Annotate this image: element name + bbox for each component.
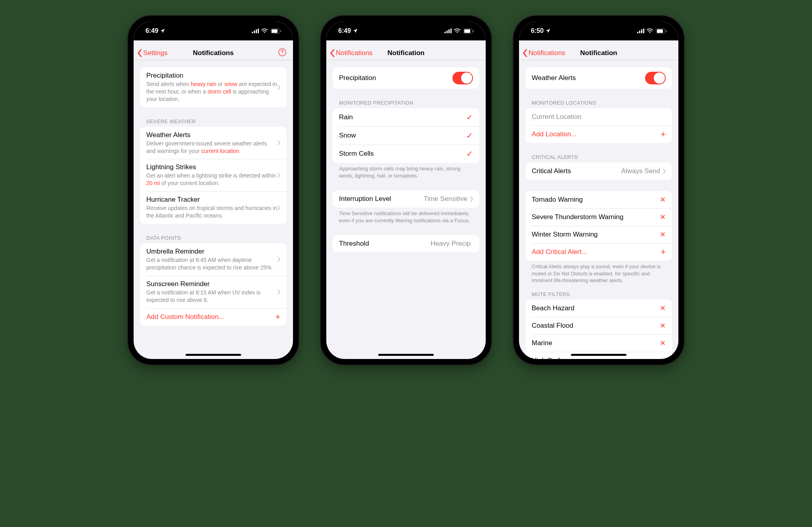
plus-icon: + <box>275 313 280 321</box>
svg-rect-15 <box>473 30 474 32</box>
add-custom-notification-row[interactable]: Add Custom Notification... + <box>140 308 287 326</box>
add-location-row[interactable]: Add Location... + <box>525 126 672 143</box>
critical-alert-row[interactable]: Winter Storm Warning✕ <box>525 226 672 243</box>
x-icon[interactable]: ✕ <box>660 304 666 313</box>
row-title: Sunscreen Reminder <box>146 280 277 288</box>
current-location-row[interactable]: Current Location <box>525 108 672 126</box>
wifi-icon <box>261 29 268 34</box>
row-title: Add Critical Alert... <box>532 248 661 256</box>
x-icon[interactable]: ✕ <box>660 356 666 359</box>
svg-point-8 <box>282 54 282 54</box>
chevron-right-icon <box>277 140 280 145</box>
svg-rect-10 <box>446 31 448 33</box>
home-indicator[interactable] <box>571 354 626 356</box>
mute-filter-row[interactable]: Coastal Flood✕ <box>525 317 672 334</box>
umbrella-reminder-row[interactable]: Umbrella Reminder Get a notification at … <box>140 243 287 276</box>
svg-rect-1 <box>254 31 255 33</box>
checkmark-icon: ✓ <box>466 113 473 122</box>
toggle-switch[interactable] <box>645 72 666 84</box>
phone-mockup-1: 6:49 Search Settings Notifications <box>128 16 299 365</box>
hurricane-tracker-row[interactable]: Hurricane Tracker Receive updates on tro… <box>140 191 287 224</box>
x-icon[interactable]: ✕ <box>660 339 666 348</box>
mute-filter-row[interactable]: Beach Hazard✕ <box>525 300 672 317</box>
row-value: Time Sensitive <box>423 195 467 203</box>
sunscreen-reminder-row[interactable]: Sunscreen Reminder Get a notification at… <box>140 276 287 308</box>
plus-icon: + <box>661 130 666 139</box>
row-title: Winter Storm Warning <box>532 231 660 239</box>
nav-back-button[interactable]: Notifications <box>330 49 373 57</box>
row-title: Umbrella Reminder <box>146 248 277 256</box>
rain-row[interactable]: Rain ✓ <box>333 108 479 126</box>
x-icon[interactable]: ✕ <box>660 321 666 330</box>
nav-title: Notifications <box>193 49 234 57</box>
add-critical-alert-row[interactable]: Add Critical Alert...+ <box>525 243 672 261</box>
row-title: Weather Alerts <box>146 131 277 139</box>
plus-icon: + <box>661 248 666 256</box>
lightning-strikes-row[interactable]: Lightning Strikes Get an alert when a li… <box>140 159 287 191</box>
chevron-right-icon <box>277 85 280 90</box>
chevron-right-icon <box>277 257 280 262</box>
nav-back-button[interactable]: Notifications <box>523 49 565 57</box>
svg-rect-3 <box>258 29 259 33</box>
row-value: Always Send <box>621 167 660 175</box>
threshold-row[interactable]: Threshold Heavy Precip <box>333 235 479 252</box>
toggle-switch[interactable] <box>452 72 473 84</box>
x-icon[interactable]: ✕ <box>660 230 666 239</box>
notch <box>182 16 245 28</box>
interruption-level-row[interactable]: Interruption Level Time Sensitive <box>333 190 479 208</box>
row-subtitle: Receive updates on tropical storms and h… <box>146 204 277 220</box>
row-title: Coastal Flood <box>532 322 660 330</box>
x-icon[interactable]: ✕ <box>660 195 666 204</box>
notch <box>567 16 630 28</box>
svg-rect-22 <box>666 30 666 32</box>
home-indicator[interactable] <box>378 354 434 356</box>
weather-alerts-toggle-row: Weather Alerts <box>525 67 672 89</box>
wifi-icon <box>647 29 654 34</box>
precipitation-row[interactable]: Precipitation Send alerts when heavy rai… <box>140 67 287 107</box>
content-area[interactable]: Precipitation Send alerts when heavy rai… <box>134 60 293 359</box>
section-header: MUTE FILTERS <box>525 291 672 300</box>
weather-alerts-row[interactable]: Weather Alerts Deliver government-issued… <box>140 127 287 159</box>
wifi-icon <box>454 29 461 34</box>
x-icon[interactable]: ✕ <box>660 213 666 221</box>
row-title: High Surf <box>532 357 660 359</box>
mute-filter-row[interactable]: Marine✕ <box>525 334 672 352</box>
chevron-right-icon <box>470 197 473 202</box>
notch <box>374 16 438 28</box>
critical-alert-row[interactable]: Tornado Warning✕ <box>525 191 672 208</box>
section-header: MONITORED PRECIPITATION <box>333 100 479 108</box>
row-subtitle: Get a notification at 8:15 AM when UV in… <box>146 289 277 304</box>
checkmark-icon: ✓ <box>466 149 473 158</box>
section-header: CRITICAL ALERTS <box>525 154 672 162</box>
content-area[interactable]: Precipitation MONITORED PRECIPITATION Ra… <box>326 60 486 359</box>
help-button[interactable] <box>278 48 287 58</box>
home-indicator[interactable] <box>186 354 241 356</box>
svg-rect-19 <box>643 29 644 33</box>
critical-alerts-row[interactable]: Critical Alerts Always Send <box>525 162 672 180</box>
row-title: Precipitation <box>339 74 452 82</box>
critical-alert-row[interactable]: Severe Thunderstorm Warning✕ <box>525 208 672 226</box>
svg-rect-0 <box>252 32 253 33</box>
storm-cells-row[interactable]: Storm Cells ✓ <box>333 145 479 163</box>
row-title: Precipitation <box>146 72 277 80</box>
chevron-right-icon <box>663 169 666 174</box>
cell-signal-icon <box>637 29 644 33</box>
svg-rect-11 <box>448 29 450 33</box>
row-title: Interruption Level <box>339 195 423 203</box>
navigation-bar: Settings Notifications <box>134 40 293 60</box>
chevron-left-icon <box>523 49 528 57</box>
svg-rect-14 <box>464 29 470 33</box>
location-arrow-icon <box>352 28 358 34</box>
row-subtitle: Deliver government-issued severe weather… <box>146 140 277 155</box>
chevron-left-icon <box>138 49 142 57</box>
phone-mockup-2: 6:49 Notifications Notification Precipit… <box>321 16 491 365</box>
snow-row[interactable]: Snow ✓ <box>333 126 479 145</box>
battery-icon <box>463 29 474 34</box>
chevron-right-icon <box>277 173 280 178</box>
section-header: SEVERE WEATHER <box>140 118 287 127</box>
content-area[interactable]: Weather Alerts MONITORED LOCATIONS Curre… <box>519 60 678 359</box>
row-title: Add Location... <box>532 130 661 138</box>
row-title: Add Custom Notification... <box>146 313 275 321</box>
nav-back-button[interactable]: Settings <box>138 49 167 57</box>
row-title: Tornado Warning <box>532 196 660 204</box>
